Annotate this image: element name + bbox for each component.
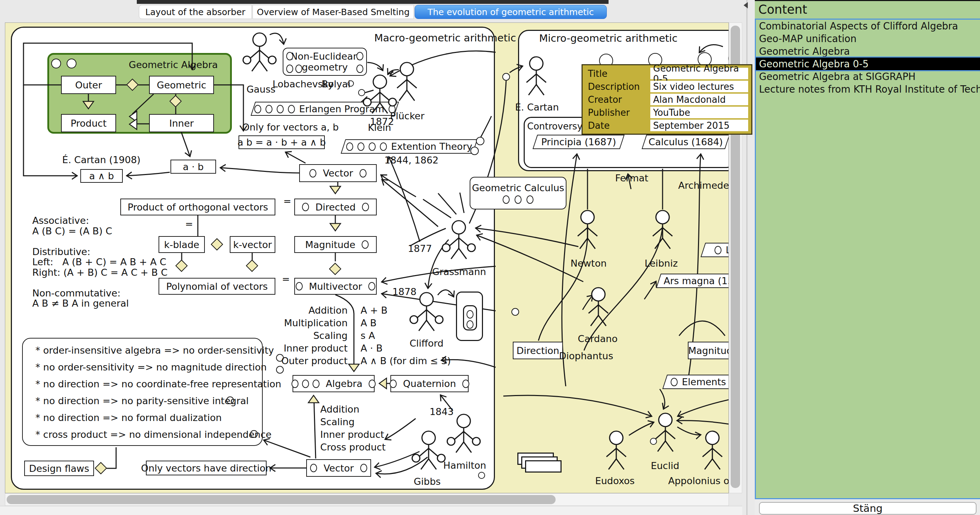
node-port[interactable]	[277, 105, 284, 113]
node-magnitude[interactable]: Magnitude	[294, 236, 377, 253]
node-port[interactable]	[346, 142, 353, 151]
node-a-wedge-b[interactable]: a ∧ b	[80, 169, 123, 183]
group-dot-1[interactable]	[51, 59, 61, 69]
figure-euclid[interactable]	[646, 412, 685, 454]
figure-appolonius[interactable]	[693, 430, 729, 472]
node-port[interactable]	[302, 203, 309, 211]
node-port[interactable]	[295, 65, 302, 73]
node-k-blade[interactable]: k-blade	[159, 236, 205, 253]
node-port[interactable]	[360, 464, 367, 472]
node-vector-lower[interactable]: Vector	[306, 459, 371, 477]
node-inner[interactable]: Inner	[149, 114, 214, 132]
node-port[interactable]	[362, 203, 369, 211]
tab-geometric-arithmetic[interactable]: The evolution of geometric arithmetic	[415, 5, 607, 19]
node-port[interactable]	[671, 378, 678, 386]
port-extention-2[interactable]	[470, 147, 479, 155]
port-macro-edge[interactable]	[502, 73, 510, 81]
node-port[interactable]	[527, 195, 533, 204]
node-geometric[interactable]: Geometric	[149, 76, 214, 94]
node-la[interactable]: La	[700, 243, 729, 257]
card-icon[interactable]	[456, 292, 483, 341]
node-port[interactable]	[310, 464, 317, 472]
stacked-cards-icon[interactable]	[525, 460, 562, 472]
port-flaws-2[interactable]	[276, 366, 284, 374]
node-port[interactable]	[286, 65, 293, 73]
figure-plucker[interactable]	[388, 61, 426, 104]
node-port[interactable]	[515, 195, 522, 204]
node-k-vector[interactable]: k-vector	[230, 236, 275, 253]
figure-grassmann[interactable]	[439, 220, 478, 262]
tab-maser-smelting[interactable]: Overview of Maser-Based Smelting	[253, 5, 414, 19]
node-multivector[interactable]: Multivector	[294, 278, 377, 295]
node-calculus[interactable]: Calculus (1684)	[641, 135, 729, 149]
tab-layout-absorber[interactable]: Layout of the absorber	[139, 5, 252, 19]
node-directed[interactable]: Directed	[294, 199, 377, 215]
node-port[interactable]	[357, 142, 364, 151]
node-port[interactable]	[462, 379, 469, 388]
node-elements[interactable]: Elements (	[662, 375, 729, 389]
node-port[interactable]	[254, 105, 261, 113]
node-design-flaws[interactable]: Design flaws	[24, 461, 94, 476]
node-port[interactable]	[356, 52, 363, 61]
node-port[interactable]	[302, 379, 309, 388]
node-quaternion[interactable]: Quaternion	[390, 375, 469, 392]
node-geometric-calculus[interactable]: Geometric Calculus	[470, 177, 566, 209]
node-port[interactable]	[390, 379, 397, 388]
node-port[interactable]	[360, 169, 366, 177]
node-port[interactable]	[356, 65, 363, 73]
node-port[interactable]	[266, 105, 272, 113]
node-polynomial[interactable]: Polynomial of vectors	[159, 278, 275, 295]
port-gibbs[interactable]	[478, 472, 485, 479]
node-algebra[interactable]: Algebra	[293, 375, 375, 392]
node-product[interactable]: Product	[61, 114, 116, 132]
group-dot-2[interactable]	[67, 59, 76, 69]
content-list-item[interactable]: Geometric Algebra 0-5	[756, 57, 980, 70]
content-list-item[interactable]: Lecture notes from KTH Royal Institute o…	[756, 83, 980, 96]
node-principia[interactable]: Principia (1687)	[533, 135, 624, 149]
node-port[interactable]	[296, 282, 303, 290]
node-port[interactable]	[288, 105, 295, 113]
node-port[interactable]	[380, 142, 387, 151]
node-port[interactable]	[369, 379, 375, 388]
node-a-dot-b[interactable]: a · b	[170, 159, 216, 174]
node-magnitude-right[interactable]: Magnitude	[688, 342, 729, 359]
figure-newton[interactable]	[568, 209, 607, 252]
content-list-item[interactable]: Geometric Algebra	[756, 45, 980, 57]
port-yellow[interactable]	[511, 308, 519, 316]
node-non-euclidean[interactable]: Non-Euclideangeometry	[283, 48, 367, 76]
content-list-item[interactable]: Geo-MAP unification	[756, 32, 980, 45]
close-button[interactable]: Stäng	[759, 502, 977, 515]
node-ab-identity[interactable]: a b = a · b + a ∧ b	[239, 136, 325, 149]
figure-cartan[interactable]	[517, 56, 555, 98]
node-port[interactable]	[369, 142, 375, 151]
horizontal-scrollbar[interactable]	[5, 493, 729, 506]
content-list-item[interactable]: Combinatorial Aspects of Clifford Algebr…	[756, 20, 980, 32]
content-list-item[interactable]: Geometric Algebra at SIGGRAPH	[756, 70, 980, 83]
node-product-orthogonal[interactable]: Product of orthogonal vectors	[120, 199, 275, 215]
node-extention[interactable]: Extention Theory	[340, 139, 477, 154]
node-direction[interactable]: Direction	[513, 342, 563, 359]
node-port[interactable]	[714, 246, 722, 254]
node-only-vectors[interactable]: Only vectors have direction	[146, 461, 267, 475]
figure-eudoxos[interactable]	[597, 430, 636, 472]
figure-hamilton[interactable]	[444, 413, 483, 455]
figure-gauss[interactable]	[240, 32, 279, 74]
node-port[interactable]	[312, 379, 320, 388]
figure-clifford[interactable]	[407, 292, 446, 334]
node-ars-magna[interactable]: Ars magna (15	[656, 274, 729, 288]
port-extention-1[interactable]	[476, 137, 484, 145]
node-port[interactable]	[368, 282, 375, 290]
content-list[interactable]: Combinatorial Aspects of Clifford Algebr…	[755, 19, 980, 499]
horizontal-scrollbar-thumb[interactable]	[7, 495, 555, 504]
node-port[interactable]	[362, 240, 369, 249]
node-port[interactable]	[503, 195, 510, 204]
figure-leibniz[interactable]	[643, 209, 682, 252]
node-vector-upper[interactable]: Vector	[299, 164, 377, 182]
node-outer[interactable]: Outer	[61, 76, 116, 94]
node-port[interactable]	[291, 379, 299, 388]
figure-gibbs[interactable]	[409, 430, 448, 472]
node-port[interactable]	[286, 52, 293, 61]
node-port[interactable]	[309, 169, 317, 177]
figure-cardano[interactable]	[579, 287, 618, 329]
collapse-panel-icon[interactable]	[744, 2, 748, 8]
